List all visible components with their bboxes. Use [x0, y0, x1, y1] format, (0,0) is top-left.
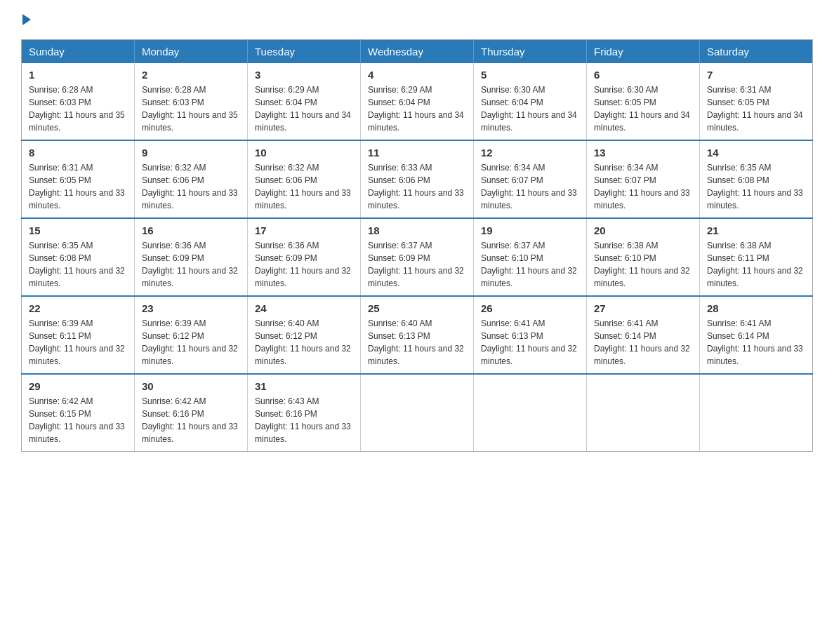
day-number: 1 [29, 69, 127, 81]
calendar-day-cell: 3Sunrise: 6:29 AMSunset: 6:04 PMDaylight… [248, 63, 361, 140]
day-info: Sunrise: 6:42 AMSunset: 6:15 PMDaylight:… [29, 395, 127, 445]
day-number: 31 [255, 380, 353, 392]
calendar-day-cell: 25Sunrise: 6:40 AMSunset: 6:13 PMDayligh… [361, 296, 474, 374]
calendar-week-row: 15Sunrise: 6:35 AMSunset: 6:08 PMDayligh… [22, 218, 813, 296]
day-info: Sunrise: 6:40 AMSunset: 6:13 PMDaylight:… [368, 317, 466, 368]
day-number: 16 [142, 224, 240, 236]
logo [21, 14, 32, 25]
calendar-day-cell: 29Sunrise: 6:42 AMSunset: 6:15 PMDayligh… [22, 374, 135, 452]
logo-arrow-icon [22, 14, 31, 25]
day-number: 22 [29, 302, 127, 314]
calendar-day-cell: 19Sunrise: 6:37 AMSunset: 6:10 PMDayligh… [474, 218, 587, 296]
calendar-week-row: 8Sunrise: 6:31 AMSunset: 6:05 PMDaylight… [22, 140, 813, 218]
calendar-day-cell: 14Sunrise: 6:35 AMSunset: 6:08 PMDayligh… [700, 140, 813, 218]
day-number: 30 [142, 380, 240, 392]
day-info: Sunrise: 6:34 AMSunset: 6:07 PMDaylight:… [594, 161, 692, 212]
calendar-header-row: SundayMondayTuesdayWednesdayThursdayFrid… [22, 40, 813, 64]
calendar-day-cell: 4Sunrise: 6:29 AMSunset: 6:04 PMDaylight… [361, 63, 474, 140]
calendar-week-row: 29Sunrise: 6:42 AMSunset: 6:15 PMDayligh… [22, 374, 813, 452]
weekday-header-sunday: Sunday [22, 40, 135, 64]
day-number: 13 [594, 147, 692, 159]
day-info: Sunrise: 6:38 AMSunset: 6:10 PMDaylight:… [594, 239, 692, 290]
weekday-header-friday: Friday [587, 40, 700, 64]
day-number: 2 [142, 69, 240, 81]
day-info: Sunrise: 6:30 AMSunset: 6:05 PMDaylight:… [594, 83, 692, 134]
calendar-day-cell: 13Sunrise: 6:34 AMSunset: 6:07 PMDayligh… [587, 140, 700, 218]
day-info: Sunrise: 6:32 AMSunset: 6:06 PMDaylight:… [255, 161, 353, 212]
calendar-day-cell: 15Sunrise: 6:35 AMSunset: 6:08 PMDayligh… [22, 218, 135, 296]
calendar-day-cell: 1Sunrise: 6:28 AMSunset: 6:03 PMDaylight… [22, 63, 135, 140]
day-number: 23 [142, 302, 240, 314]
day-number: 15 [29, 224, 127, 236]
day-info: Sunrise: 6:31 AMSunset: 6:05 PMDaylight:… [29, 161, 127, 212]
calendar-day-cell: 23Sunrise: 6:39 AMSunset: 6:12 PMDayligh… [135, 296, 248, 374]
day-number: 19 [481, 224, 579, 236]
day-number: 27 [594, 302, 692, 314]
day-info: Sunrise: 6:41 AMSunset: 6:14 PMDaylight:… [707, 317, 805, 368]
calendar-day-cell: 22Sunrise: 6:39 AMSunset: 6:11 PMDayligh… [22, 296, 135, 374]
day-info: Sunrise: 6:41 AMSunset: 6:13 PMDaylight:… [481, 317, 579, 368]
day-number: 7 [707, 69, 805, 81]
calendar-day-cell: 10Sunrise: 6:32 AMSunset: 6:06 PMDayligh… [248, 140, 361, 218]
day-info: Sunrise: 6:31 AMSunset: 6:05 PMDaylight:… [707, 83, 805, 134]
day-info: Sunrise: 6:39 AMSunset: 6:11 PMDaylight:… [29, 317, 127, 368]
day-info: Sunrise: 6:30 AMSunset: 6:04 PMDaylight:… [481, 83, 579, 134]
day-number: 11 [368, 147, 466, 159]
weekday-header-tuesday: Tuesday [248, 40, 361, 64]
day-info: Sunrise: 6:33 AMSunset: 6:06 PMDaylight:… [368, 161, 466, 212]
day-number: 18 [368, 224, 466, 236]
day-info: Sunrise: 6:36 AMSunset: 6:09 PMDaylight:… [142, 239, 240, 290]
day-number: 5 [481, 69, 579, 81]
day-info: Sunrise: 6:39 AMSunset: 6:12 PMDaylight:… [142, 317, 240, 368]
calendar-day-cell: 27Sunrise: 6:41 AMSunset: 6:14 PMDayligh… [587, 296, 700, 374]
calendar-day-cell: 24Sunrise: 6:40 AMSunset: 6:12 PMDayligh… [248, 296, 361, 374]
calendar-week-row: 1Sunrise: 6:28 AMSunset: 6:03 PMDaylight… [22, 63, 813, 140]
day-info: Sunrise: 6:40 AMSunset: 6:12 PMDaylight:… [255, 317, 353, 368]
day-number: 17 [255, 224, 353, 236]
weekday-header-monday: Monday [135, 40, 248, 64]
day-info: Sunrise: 6:35 AMSunset: 6:08 PMDaylight:… [707, 161, 805, 212]
day-number: 12 [481, 147, 579, 159]
calendar-day-cell: 16Sunrise: 6:36 AMSunset: 6:09 PMDayligh… [135, 218, 248, 296]
calendar-day-cell [361, 374, 474, 452]
day-info: Sunrise: 6:37 AMSunset: 6:10 PMDaylight:… [481, 239, 579, 290]
weekday-header-saturday: Saturday [700, 40, 813, 64]
calendar-day-cell: 6Sunrise: 6:30 AMSunset: 6:05 PMDaylight… [587, 63, 700, 140]
day-number: 10 [255, 147, 353, 159]
calendar-table: SundayMondayTuesdayWednesdayThursdayFrid… [21, 39, 813, 452]
weekday-header-thursday: Thursday [474, 40, 587, 64]
day-info: Sunrise: 6:38 AMSunset: 6:11 PMDaylight:… [707, 239, 805, 290]
calendar-day-cell: 21Sunrise: 6:38 AMSunset: 6:11 PMDayligh… [700, 218, 813, 296]
calendar-day-cell [587, 374, 700, 452]
calendar-day-cell: 20Sunrise: 6:38 AMSunset: 6:10 PMDayligh… [587, 218, 700, 296]
calendar-day-cell: 9Sunrise: 6:32 AMSunset: 6:06 PMDaylight… [135, 140, 248, 218]
day-number: 21 [707, 224, 805, 236]
calendar-day-cell: 17Sunrise: 6:36 AMSunset: 6:09 PMDayligh… [248, 218, 361, 296]
calendar-day-cell [474, 374, 587, 452]
day-info: Sunrise: 6:29 AMSunset: 6:04 PMDaylight:… [368, 83, 466, 134]
calendar-day-cell: 11Sunrise: 6:33 AMSunset: 6:06 PMDayligh… [361, 140, 474, 218]
calendar-day-cell: 12Sunrise: 6:34 AMSunset: 6:07 PMDayligh… [474, 140, 587, 218]
calendar-day-cell: 31Sunrise: 6:43 AMSunset: 6:16 PMDayligh… [248, 374, 361, 452]
day-number: 24 [255, 302, 353, 314]
day-info: Sunrise: 6:41 AMSunset: 6:14 PMDaylight:… [594, 317, 692, 368]
day-number: 3 [255, 69, 353, 81]
calendar-day-cell [700, 374, 813, 452]
day-number: 25 [368, 302, 466, 314]
calendar-day-cell: 28Sunrise: 6:41 AMSunset: 6:14 PMDayligh… [700, 296, 813, 374]
day-info: Sunrise: 6:37 AMSunset: 6:09 PMDaylight:… [368, 239, 466, 290]
day-info: Sunrise: 6:34 AMSunset: 6:07 PMDaylight:… [481, 161, 579, 212]
calendar-day-cell: 8Sunrise: 6:31 AMSunset: 6:05 PMDaylight… [22, 140, 135, 218]
weekday-header-wednesday: Wednesday [361, 40, 474, 64]
calendar-week-row: 22Sunrise: 6:39 AMSunset: 6:11 PMDayligh… [22, 296, 813, 374]
page-header [21, 14, 813, 25]
calendar-day-cell: 5Sunrise: 6:30 AMSunset: 6:04 PMDaylight… [474, 63, 587, 140]
day-info: Sunrise: 6:32 AMSunset: 6:06 PMDaylight:… [142, 161, 240, 212]
day-info: Sunrise: 6:28 AMSunset: 6:03 PMDaylight:… [142, 83, 240, 134]
calendar-day-cell: 2Sunrise: 6:28 AMSunset: 6:03 PMDaylight… [135, 63, 248, 140]
calendar-day-cell: 18Sunrise: 6:37 AMSunset: 6:09 PMDayligh… [361, 218, 474, 296]
day-number: 4 [368, 69, 466, 81]
calendar-day-cell: 26Sunrise: 6:41 AMSunset: 6:13 PMDayligh… [474, 296, 587, 374]
day-number: 26 [481, 302, 579, 314]
day-number: 8 [29, 147, 127, 159]
